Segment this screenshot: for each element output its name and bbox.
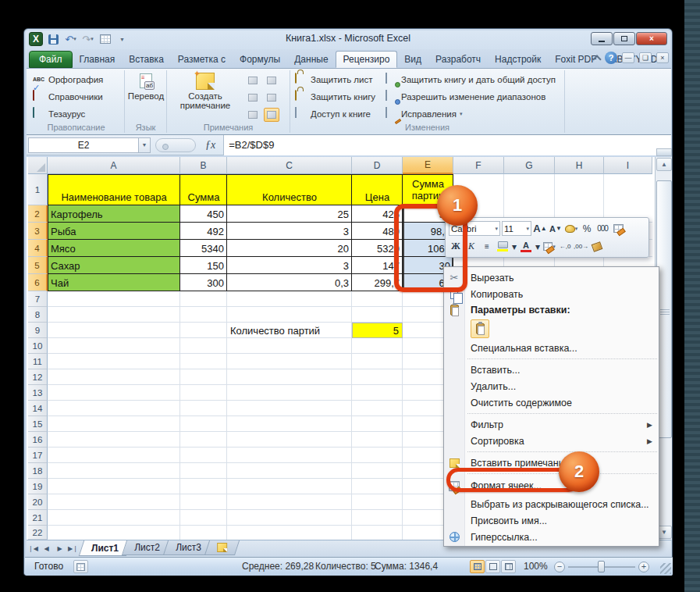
cell-d9[interactable]: 5 [352,323,403,338]
tab-view[interactable]: Вид [397,51,428,68]
protect-share-button[interactable]: Защитить книгу и дать общий доступ [386,73,556,86]
formula-input[interactable]: =B2/$D$9 [223,135,671,155]
row-header-21[interactable]: 21 [28,510,48,526]
cell-c9[interactable]: Количество партий [227,323,352,338]
borders-button[interactable]: ▾ [542,239,556,254]
cell-c3[interactable]: 3 [227,223,352,240]
cell-a4[interactable]: Мясо [48,240,180,257]
cell-b5[interactable]: 150 [180,257,227,274]
col-header-d[interactable]: D [352,157,403,174]
cell-a3[interactable]: Рыба [48,223,180,240]
cell-b3[interactable]: 492 [180,223,227,240]
row-header-19[interactable]: 19 [28,479,48,494]
cell-e1[interactable]: Сумма партии [403,174,453,205]
cell-d2[interactable]: 425 [352,205,403,223]
workbook-close-button[interactable]: × [656,52,669,63]
research-button[interactable]: Справочники [33,91,103,103]
row-header-14[interactable]: 14 [28,401,48,416]
format-painter-button[interactable] [590,239,604,254]
col-header-a[interactable]: A [48,157,180,174]
zoom-slider-thumb[interactable] [598,561,605,572]
cell-a2[interactable]: Картофель [48,205,180,223]
normal-view-button[interactable] [470,560,485,573]
grow-font-button[interactable]: A▲ [533,221,547,236]
name-box[interactable]: E2 [28,137,139,153]
font-size-select[interactable]: 11▾ [502,221,531,236]
cell-c1[interactable]: Количество [227,174,352,205]
page-layout-view-button[interactable] [485,560,500,573]
menu-item-copy[interactable]: Копировать [444,286,659,302]
expand-formula-bar[interactable] [155,138,196,152]
show-comment-button[interactable] [245,108,261,122]
menu-item-define-name[interactable]: Присвоить имя... [444,512,659,529]
shrink-font-button[interactable]: A▼ [549,221,563,236]
menu-item-insert-comment[interactable]: Вставить примечание [444,455,659,471]
delete-comment-button[interactable] [245,73,261,87]
allow-ranges-button[interactable]: Разрешить изменение диапазонов [386,91,545,103]
bold-button[interactable]: Ж [449,239,463,254]
tab-home[interactable]: Главная [73,51,123,68]
decrease-decimal-button[interactable]: ,00→ [574,239,588,254]
insert-worksheet-button[interactable] [204,540,239,555]
row-header-22[interactable]: 22 [28,526,48,540]
cell-a5[interactable]: Сахар [48,257,180,274]
menu-item-delete[interactable]: Удалить... [444,378,659,394]
menu-item-filter[interactable]: Фильтр▶ [444,416,659,433]
font-color-dropdown[interactable]: ▾ [535,239,541,254]
col-header-h[interactable]: H [555,157,604,174]
row-header-15[interactable]: 15 [28,416,48,432]
tab-review[interactable]: Рецензиро [336,51,398,68]
menu-item-clear-contents[interactable]: Очистить содержимое [444,394,659,411]
col-header-c[interactable]: C [227,157,352,174]
cell-c6[interactable]: 0,3 [227,274,352,291]
next-sheet-button[interactable]: ▶ [53,542,66,555]
cell-d1[interactable]: Цена [352,174,403,205]
restore-button[interactable] [613,32,635,45]
menu-item-paste-special[interactable]: Специальная вставка... [444,340,659,356]
row-header-17[interactable]: 17 [28,448,48,463]
row-header-20[interactable]: 20 [28,494,48,510]
row-header-9[interactable]: 9 [28,323,48,338]
minimize-ribbon-icon[interactable] [592,55,601,63]
font-color-button[interactable]: A [519,239,533,254]
row-header-12[interactable]: 12 [28,369,48,385]
split-handle[interactable] [656,148,672,156]
name-box-dropdown[interactable]: ▼ [139,137,151,153]
menu-item-cut[interactable]: ✂Вырезать [444,269,659,286]
fill-color-button[interactable] [496,239,510,254]
row-header-5[interactable]: 5 [28,257,48,274]
row-header-13[interactable]: 13 [28,385,48,401]
share-workbook-button[interactable]: Доступ к книге [295,108,371,120]
row-header-16[interactable]: 16 [28,432,48,448]
font-name-select[interactable]: Calibri▾ [449,221,500,236]
row-header-6[interactable]: 6 [28,274,48,291]
menu-item-insert[interactable]: Вставить... [444,362,659,378]
cell-d6[interactable]: 299,7 [352,274,403,291]
track-changes-button[interactable]: Исправления▾ [386,108,463,120]
select-all-button[interactable] [28,157,48,174]
menu-item-format-cells[interactable]: Формат ячеек... [444,476,659,496]
prev-sheet-button[interactable]: ◀ [40,542,53,555]
translate-button[interactable]: ≡аб Перевод [129,73,163,101]
macro-record-button[interactable] [73,560,88,573]
menu-item-sort[interactable]: Сортировка▶ [444,433,659,449]
cell-a1[interactable]: Наименование товара [48,174,180,205]
insert-function-button[interactable]: ƒx [205,139,215,152]
workbook-restore-button[interactable]: ❏ [639,52,652,63]
zoom-in-button[interactable]: + [638,562,649,572]
tab-developer[interactable]: Разработч [428,51,488,68]
show-ink-button[interactable] [264,108,279,122]
tab-page-layout[interactable]: Разметка с [171,51,233,68]
tab-insert[interactable]: Вставка [122,51,171,68]
minimize-button[interactable] [591,32,613,45]
row-header-11[interactable]: 11 [28,354,48,369]
page-break-view-button[interactable] [501,560,516,573]
row-header-2[interactable]: 2 [28,205,48,223]
resize-grip[interactable] [660,563,671,574]
edit-comment-button[interactable] [264,73,279,87]
row-header-8[interactable]: 8 [28,307,48,323]
menu-item-pick-from-list[interactable]: Выбрать из раскрывающегося списка... [444,496,659,512]
accounting-format-button[interactable]: ▾ [564,221,578,236]
first-sheet-button[interactable]: ❘◀ [27,542,40,555]
protect-workbook-button[interactable]: Защитить книгу [295,91,375,103]
